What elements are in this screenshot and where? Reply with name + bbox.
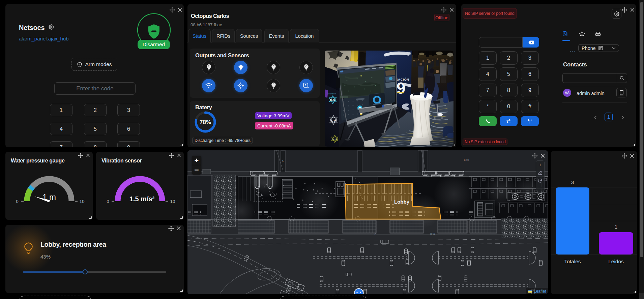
svg-text:A: A xyxy=(375,233,376,235)
svg-text:B-01: B-01 xyxy=(430,233,435,235)
svg-text:0: 0 xyxy=(16,199,19,204)
svg-text:1 m: 1 m xyxy=(42,192,56,202)
svg-text:0: 0 xyxy=(107,199,109,204)
svg-text:1.5 m/s²: 1.5 m/s² xyxy=(129,195,155,203)
svg-text:10: 10 xyxy=(79,199,84,204)
svg-text:78%: 78% xyxy=(200,119,211,125)
svg-text:B-02: B-02 xyxy=(464,159,469,161)
svg-text:A: A xyxy=(282,160,284,162)
svg-text:10: 10 xyxy=(170,199,175,204)
svg-text:Lobby: Lobby xyxy=(394,199,410,205)
